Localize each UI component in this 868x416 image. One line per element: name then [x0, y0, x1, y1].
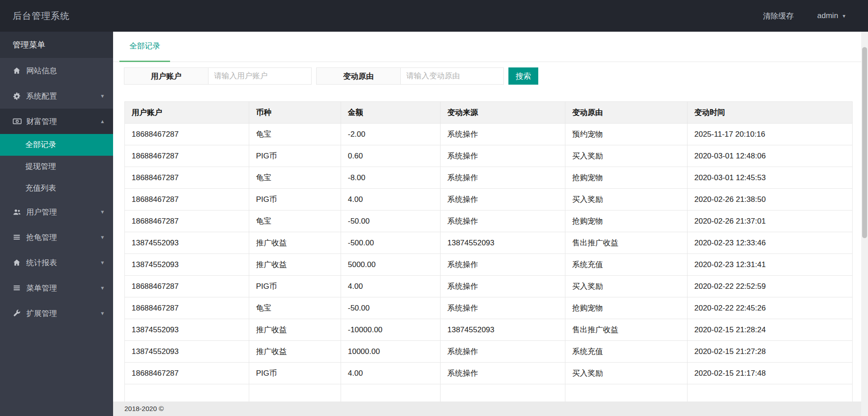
table-cell: 13874552093 — [441, 319, 565, 341]
scrollbar-thumb[interactable] — [862, 47, 867, 238]
gears-icon — [13, 92, 26, 100]
table-row: 13874552093推广收益-10000.0013874552093售出推广收… — [125, 319, 853, 341]
table-cell: 系统充值 — [565, 254, 688, 276]
page-footer: 2018-2020 © — [113, 402, 868, 416]
table-cell: 系统操作 — [441, 341, 565, 363]
home-icon — [13, 67, 26, 75]
column-header: 金额 — [341, 102, 441, 124]
clear-cache-link[interactable]: 清除缓存 — [763, 11, 794, 21]
tab-all-records[interactable]: 全部记录 — [119, 32, 170, 62]
top-header-bar: 后台管理系统 清除缓存 admin ▼ — [0, 0, 868, 32]
table-cell: 18688467287 — [125, 297, 249, 319]
filter-group-account: 用户账户 — [124, 67, 312, 85]
table-cell: 2020-02-15 21:17:48 — [688, 363, 853, 384]
table-cell: 18688467287 — [125, 210, 249, 232]
table-row: 18688467287龟宝-8.00系统操作抢购宠物2020-03-01 12:… — [125, 167, 853, 189]
account-filter-label: 用户账户 — [124, 67, 209, 85]
table-cell: 推广收益 — [249, 232, 341, 254]
tab-bar: 全部记录 — [113, 32, 868, 62]
chevron-down-icon: ▼ — [842, 14, 846, 19]
table-cell: 龟宝 — [249, 167, 341, 189]
table-cell: PIG币 — [249, 145, 341, 167]
reason-filter-input[interactable] — [401, 67, 504, 85]
table-cell: 2020-02-23 12:31:41 — [688, 254, 853, 276]
sidebar-item-0[interactable]: 网站信息 — [0, 58, 113, 83]
table-cell: 系统操作 — [441, 167, 565, 189]
table-cell: 13874552093 — [125, 341, 249, 363]
table-cell: 系统操作 — [441, 124, 565, 145]
filter-group-reason: 变动原由 — [316, 67, 504, 85]
search-button[interactable]: 搜索 — [508, 67, 538, 85]
table-cell: 抢购宠物 — [565, 167, 688, 189]
reason-filter-label: 变动原由 — [316, 67, 401, 85]
table-cell: 2020-03-01 12:48:06 — [688, 145, 853, 167]
sidebar-item-4[interactable]: 抢龟管理▼ — [0, 225, 113, 250]
sidebar-item-2[interactable]: 财富管理▲ — [0, 109, 113, 134]
table-cell: 2020-02-26 21:38:50 — [688, 189, 853, 210]
table-cell: 买入奖励 — [565, 189, 688, 210]
sidebar-item-1[interactable]: 系统配置▼ — [0, 83, 113, 109]
sidebar-subitem[interactable]: 提现管理 — [0, 156, 113, 177]
table-cell: 买入奖励 — [565, 276, 688, 297]
table-cell: 买入奖励 — [565, 363, 688, 384]
table-cell: -10000.00 — [341, 319, 441, 341]
wrench-icon — [13, 309, 26, 317]
records-table: 用户账户币种金额变动来源变动原由变动时间 18688467287龟宝-2.00系… — [124, 101, 853, 406]
table-header-row: 用户账户币种金额变动来源变动原由变动时间 — [125, 102, 853, 124]
table-cell: 买入奖励 — [565, 145, 688, 167]
sidebar-item-label: 用户管理 — [26, 207, 57, 217]
sidebar-item-label: 统计报表 — [26, 258, 57, 268]
table-cell: PIG币 — [249, 189, 341, 210]
table-cell: 18688467287 — [125, 276, 249, 297]
sidebar-item-label: 扩展管理 — [26, 308, 57, 319]
column-header: 变动来源 — [441, 102, 565, 124]
user-menu[interactable]: admin ▼ — [817, 11, 846, 20]
table-cell: 推广收益 — [249, 254, 341, 276]
sidebar-item-label: 菜单管理 — [26, 283, 57, 293]
sidebar-subitem[interactable]: 充值列表 — [0, 177, 113, 199]
table-cell: 4.00 — [341, 363, 441, 384]
table-cell: 13874552093 — [125, 232, 249, 254]
column-header: 变动原由 — [565, 102, 688, 124]
table-row: 18688467287龟宝-50.00系统操作抢购宠物2020-02-26 21… — [125, 210, 853, 232]
caret-down-icon: ▼ — [100, 285, 105, 291]
table-cell: 2020-02-22 22:45:26 — [688, 297, 853, 319]
username: admin — [817, 11, 838, 20]
sidebar-subitem-active[interactable]: 全部记录 — [0, 134, 113, 156]
table-cell: 系统操作 — [441, 145, 565, 167]
table-cell: PIG币 — [249, 276, 341, 297]
table-cell: 推广收益 — [249, 341, 341, 363]
table-cell: 18688467287 — [125, 124, 249, 145]
vertical-scrollbar — [861, 32, 868, 416]
table-cell: 2020-02-15 21:28:24 — [688, 319, 853, 341]
table-cell: -500.00 — [341, 232, 441, 254]
sidebar-menu: 网站信息系统配置▼财富管理▲全部记录提现管理充值列表用户管理▼抢龟管理▼统计报表… — [0, 58, 113, 326]
table-cell: 售出推广收益 — [565, 232, 688, 254]
copyright-text: 2018-2020 © — [124, 405, 164, 412]
column-header: 币种 — [249, 102, 341, 124]
sidebar-item-6[interactable]: 菜单管理▼ — [0, 275, 113, 301]
table-cell: -50.00 — [341, 297, 441, 319]
table-cell: PIG币 — [249, 363, 341, 384]
table-row: 13874552093推广收益-500.0013874552093售出推广收益2… — [125, 232, 853, 254]
sidebar-item-label: 系统配置 — [26, 91, 57, 101]
table-cell: 18688467287 — [125, 189, 249, 210]
table-row: 18688467287PIG币4.00系统操作买入奖励2020-02-22 22… — [125, 276, 853, 297]
table-row: 18688467287龟宝-50.00系统操作抢购宠物2020-02-22 22… — [125, 297, 853, 319]
table-row: 13874552093推广收益10000.00系统操作系统充值2020-02-1… — [125, 341, 853, 363]
table-cell: 系统充值 — [565, 341, 688, 363]
table-row: 18688467287龟宝-2.00系统操作预约宠物2025-11-17 20:… — [125, 124, 853, 145]
list-icon — [13, 284, 26, 292]
table-cell: 0.60 — [341, 145, 441, 167]
sidebar-item-label: 网站信息 — [26, 66, 57, 76]
main-content: 全部记录 用户账户 变动原由 搜索 用户账户币种金额变动来源变动原由变动时间 1… — [113, 32, 868, 416]
sidebar-item-5[interactable]: 统计报表▼ — [0, 250, 113, 275]
table-cell: 龟宝 — [249, 124, 341, 145]
sidebar-item-7[interactable]: 扩展管理▼ — [0, 301, 113, 326]
sidebar-item-label: 财富管理 — [26, 116, 57, 127]
money-icon — [13, 117, 26, 126]
account-filter-input[interactable] — [209, 67, 312, 85]
sidebar-item-3[interactable]: 用户管理▼ — [0, 199, 113, 225]
table-cell: 预约宠物 — [565, 124, 688, 145]
table-cell: 2020-02-15 21:27:28 — [688, 341, 853, 363]
